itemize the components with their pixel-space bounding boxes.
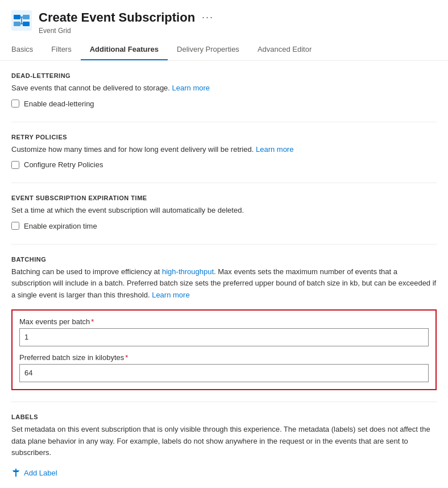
- title-text: Create Event Subscription: [39, 10, 195, 25]
- dead-lettering-checkbox[interactable]: [11, 100, 19, 107]
- retry-policies-desc: Customize how many times and for how lon…: [11, 144, 437, 155]
- labels-title: LABELS: [11, 413, 437, 420]
- expiration-checkbox[interactable]: [11, 222, 19, 230]
- batch-size-label: Preferred batch size in kilobytes *: [19, 353, 429, 362]
- tab-basics[interactable]: Basics: [11, 39, 42, 60]
- batching-fields-container: Max events per batch * Preferred batch s…: [11, 309, 437, 390]
- main-content: DEAD-LETTERING Save events that cannot b…: [0, 61, 448, 488]
- retry-policies-checkbox-label[interactable]: Configure Retry Policies: [24, 160, 103, 169]
- event-grid-icon: [11, 10, 32, 31]
- tab-filters[interactable]: Filters: [42, 39, 80, 60]
- retry-policies-section: RETRY POLICIES Customize how many times …: [11, 134, 437, 169]
- dead-lettering-learn-more[interactable]: Learn more: [172, 84, 210, 92]
- dead-lettering-title: DEAD-LETTERING: [11, 72, 437, 79]
- batching-desc-text: Batching can be used to improve efficien…: [11, 267, 436, 300]
- dead-lettering-desc-text: Save events that cannot be delivered to …: [11, 84, 170, 92]
- page-title: Create Event Subscription ···: [39, 9, 437, 26]
- expiration-title: EVENT SUBSCRIPTION EXPIRATION TIME: [11, 195, 437, 201]
- expiration-checkbox-row: Enable expiration time: [11, 222, 437, 230]
- retry-policies-title: RETRY POLICIES: [11, 134, 437, 140]
- tab-advanced-editor[interactable]: Advanced Editor: [248, 39, 321, 60]
- batch-size-input[interactable]: [19, 364, 429, 382]
- max-events-input[interactable]: [19, 328, 429, 346]
- retry-policies-checkbox[interactable]: [11, 161, 19, 169]
- expiration-desc: Set a time at which the event subscripti…: [11, 205, 437, 216]
- labels-section: LABELS Set metadata on this event subscr…: [11, 413, 437, 479]
- tab-delivery-properties[interactable]: Delivery Properties: [168, 39, 248, 60]
- tab-additional-features[interactable]: Additional Features: [81, 39, 168, 60]
- divider-3: [11, 244, 437, 245]
- dead-lettering-desc: Save events that cannot be delivered to …: [11, 82, 437, 94]
- batching-section: BATCHING Batching can be used to improve…: [11, 256, 437, 390]
- svg-rect-1: [14, 15, 20, 19]
- divider-2: [11, 183, 437, 183]
- tab-bar: Basics Filters Additional Features Deliv…: [0, 39, 448, 61]
- retry-policies-learn-more[interactable]: Learn more: [256, 145, 293, 154]
- dead-lettering-checkbox-label[interactable]: Enable dead-lettering: [24, 100, 94, 108]
- retry-policies-desc-text: Customize how many times and for how lon…: [11, 145, 254, 154]
- divider-4: [11, 402, 437, 402]
- page-header: Create Event Subscription ··· Event Grid: [0, 0, 448, 35]
- dead-lettering-section: DEAD-LETTERING Save events that cannot b…: [11, 72, 437, 108]
- retry-policies-checkbox-row: Configure Retry Policies: [11, 160, 437, 169]
- more-options-button[interactable]: ···: [200, 9, 216, 26]
- batching-learn-more[interactable]: Learn more: [152, 291, 189, 299]
- add-label-button[interactable]: Add Label: [11, 466, 57, 479]
- batch-size-field-group: Preferred batch size in kilobytes *: [19, 353, 429, 382]
- svg-rect-4: [23, 22, 30, 26]
- header-text-block: Create Event Subscription ··· Event Grid: [39, 9, 437, 35]
- batching-desc: Batching can be used to improve efficien…: [11, 266, 437, 301]
- divider-1: [11, 122, 437, 122]
- labels-desc: Set metadata on this event subscription …: [11, 424, 437, 459]
- add-label-text: Add Label: [24, 469, 57, 477]
- dead-lettering-checkbox-row: Enable dead-lettering: [11, 100, 437, 108]
- max-events-label: Max events per batch *: [19, 317, 429, 326]
- batching-title: BATCHING: [11, 256, 437, 263]
- expiration-checkbox-label[interactable]: Enable expiration time: [24, 222, 97, 230]
- max-events-required: *: [91, 317, 94, 326]
- max-events-field-group: Max events per batch *: [19, 317, 429, 346]
- batch-size-required: *: [125, 353, 128, 362]
- svg-rect-3: [23, 15, 30, 19]
- page-subtitle: Event Grid: [39, 27, 437, 35]
- add-label-icon: [11, 468, 20, 477]
- batching-highlight: high-throughput: [162, 267, 214, 276]
- svg-rect-2: [14, 22, 20, 26]
- expiration-section: EVENT SUBSCRIPTION EXPIRATION TIME Set a…: [11, 195, 437, 230]
